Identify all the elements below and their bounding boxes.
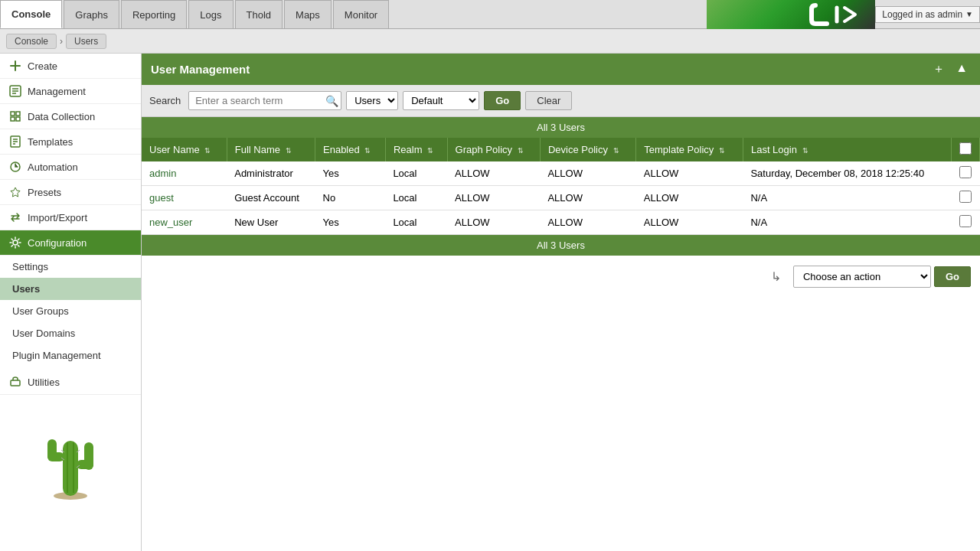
- cell-template-policy-admin: ALLOW: [636, 161, 743, 186]
- add-icon[interactable]: ＋: [929, 60, 948, 79]
- row-checkbox-admin[interactable]: [959, 166, 972, 178]
- select-all-checkbox[interactable]: [959, 142, 972, 155]
- sidebar-sub-user-domains[interactable]: User Domains: [0, 322, 141, 344]
- th-template-policy[interactable]: Template Policy ⇅: [636, 138, 743, 161]
- scope-select[interactable]: Users: [346, 91, 398, 110]
- svg-point-10: [13, 240, 18, 245]
- sidebar-item-utilities[interactable]: Utilities: [0, 370, 141, 395]
- sort-arrows-graph-policy: ⇅: [518, 147, 524, 155]
- sidebar-sub-label-users: Users: [12, 283, 40, 295]
- nav-tab-graphs[interactable]: Graphs: [64, 0, 119, 28]
- content-header-actions: ＋ ▲: [929, 60, 971, 79]
- users-table-body: admin Administrator Yes Local ALLOW ALLO…: [142, 161, 980, 235]
- table-row: guest Guest Account No Local ALLOW ALLOW…: [142, 186, 980, 210]
- row-checkbox-guest[interactable]: [959, 191, 972, 203]
- search-go-button[interactable]: Go: [484, 91, 521, 110]
- top-navigation: Console Graphs Reporting Logs Thold Maps…: [0, 0, 980, 29]
- data-collection-icon: [8, 110, 23, 122]
- row-checkbox-new-user[interactable]: [959, 215, 972, 227]
- presets-icon: [8, 186, 23, 198]
- sidebar-sub-plugin-management[interactable]: Plugin Management: [0, 344, 141, 367]
- sidebar-item-presets[interactable]: Presets: [0, 180, 141, 205]
- nav-tab-reporting[interactable]: Reporting: [121, 0, 187, 28]
- action-select[interactable]: Choose an action: [793, 266, 931, 288]
- svg-rect-11: [11, 380, 20, 386]
- logged-in-badge: Logged in as admin ▼: [875, 6, 980, 23]
- create-icon: [8, 60, 23, 72]
- sidebar-sub-users[interactable]: Users: [0, 278, 141, 300]
- nav-tab-monitor[interactable]: Monitor: [333, 0, 389, 28]
- sidebar-item-data-collection[interactable]: Data Collection: [0, 104, 141, 129]
- user-link-guest[interactable]: guest: [149, 192, 174, 204]
- management-icon: [8, 85, 23, 97]
- user-link-new-user[interactable]: new_user: [149, 217, 192, 228]
- user-link-admin[interactable]: admin: [149, 168, 176, 179]
- corner-arrow-icon: ↳: [765, 263, 787, 290]
- sort-arrows-template-policy: ⇅: [719, 147, 725, 155]
- breadcrumb-users[interactable]: Users: [66, 34, 106, 49]
- search-input[interactable]: [188, 91, 341, 110]
- search-clear-button[interactable]: Clear: [525, 91, 572, 110]
- cell-device-policy-admin: ALLOW: [540, 161, 635, 186]
- nav-tab-maps[interactable]: Maps: [284, 0, 332, 28]
- search-label: Search: [149, 95, 181, 106]
- sidebar-label-utilities: Utilities: [28, 377, 60, 388]
- breadcrumb-separator: ›: [60, 36, 63, 47]
- sidebar-item-configuration[interactable]: Configuration: [0, 230, 141, 256]
- cell-checkbox-new-user: [952, 210, 980, 235]
- svg-rect-17: [84, 442, 93, 470]
- th-enabled[interactable]: Enabled ⇅: [315, 138, 386, 161]
- collapse-icon[interactable]: ▲: [952, 60, 971, 79]
- th-device-policy[interactable]: Device Policy ⇅: [540, 138, 635, 161]
- th-realm[interactable]: Realm ⇅: [385, 138, 447, 161]
- templates-icon: [8, 135, 23, 148]
- th-graph-policy[interactable]: Graph Policy ⇅: [447, 138, 540, 161]
- automation-icon: [8, 161, 23, 173]
- nav-tab-logs[interactable]: Logs: [188, 0, 233, 28]
- nav-tab-console[interactable]: Console: [0, 0, 62, 28]
- sidebar-label-data-collection: Data Collection: [28, 111, 95, 122]
- cactus-svg: [40, 410, 101, 502]
- sidebar-item-import-export[interactable]: Import/Export: [0, 205, 141, 230]
- import-export-icon: [8, 211, 23, 223]
- search-input-wrapper: 🔍: [188, 91, 341, 110]
- sidebar-item-templates[interactable]: Templates: [0, 129, 141, 155]
- cell-username-admin: admin: [142, 161, 227, 186]
- nav-tab-thold[interactable]: Thold: [235, 0, 283, 28]
- logo-area: [707, 0, 875, 29]
- th-last-login[interactable]: Last Login ⇅: [743, 138, 951, 161]
- th-fullname[interactable]: Full Name ⇅: [227, 138, 315, 161]
- cell-realm-guest: Local: [385, 186, 447, 210]
- sidebar-label-presets: Presets: [28, 187, 61, 198]
- sidebar-label-configuration: Configuration: [28, 237, 87, 249]
- cell-last-login-new-user: N/A: [743, 210, 951, 235]
- filter-select[interactable]: Default: [403, 91, 479, 110]
- th-username[interactable]: User Name ⇅: [142, 138, 227, 161]
- sidebar: Create Management Data Collection Templa…: [0, 54, 142, 551]
- cell-enabled-new-user: Yes: [315, 210, 386, 235]
- table-summary-top: All 3 Users: [142, 117, 980, 138]
- logged-in-text: Logged in as admin: [882, 9, 962, 20]
- sidebar-item-create[interactable]: Create: [0, 54, 141, 79]
- svg-rect-15: [47, 439, 57, 461]
- sort-arrows-username: ⇅: [204, 147, 211, 155]
- action-go-button[interactable]: Go: [934, 266, 971, 287]
- search-icon[interactable]: 🔍: [325, 95, 338, 107]
- nav-tabs: Console Graphs Reporting Logs Thold Maps…: [0, 0, 390, 28]
- users-table-wrapper: All 3 Users User Name ⇅ Full Name ⇅ E: [142, 117, 980, 256]
- sidebar-item-automation[interactable]: Automation: [0, 155, 141, 180]
- sidebar-sub-user-groups[interactable]: User Groups: [0, 300, 141, 322]
- action-select-wrapper: Choose an action Go: [793, 266, 971, 288]
- cell-checkbox-guest: [952, 186, 980, 210]
- sidebar-sub-label-user-groups: User Groups: [12, 305, 69, 317]
- breadcrumb-console[interactable]: Console: [6, 34, 57, 49]
- page-title: User Management: [151, 63, 250, 76]
- cell-checkbox-admin: [952, 161, 980, 186]
- cell-fullname-guest: Guest Account: [227, 186, 315, 210]
- cell-device-policy-new-user: ALLOW: [540, 210, 635, 235]
- cell-graph-policy-guest: ALLOW: [447, 186, 540, 210]
- cell-graph-policy-new-user: ALLOW: [447, 210, 540, 235]
- sidebar-item-management[interactable]: Management: [0, 79, 141, 104]
- sidebar-sub-settings[interactable]: Settings: [0, 256, 141, 278]
- table-footer: All 3 Users: [142, 235, 980, 256]
